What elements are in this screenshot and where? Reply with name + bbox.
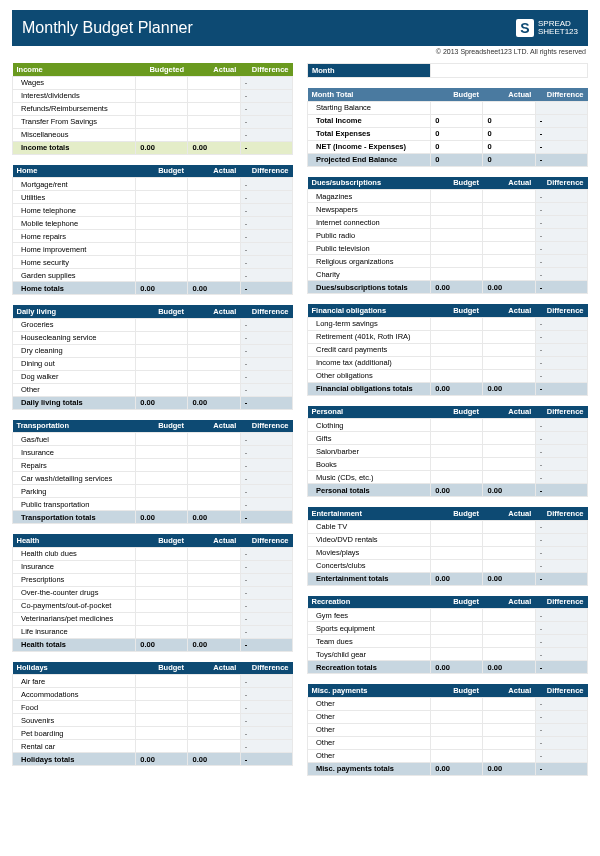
cell-actual[interactable] xyxy=(483,356,535,369)
cell-budget[interactable] xyxy=(136,485,188,498)
cell-budget[interactable] xyxy=(431,216,483,229)
cell-budget[interactable] xyxy=(431,471,483,484)
cell-actual[interactable] xyxy=(483,697,535,710)
cell-budget[interactable] xyxy=(431,697,483,710)
cell-budget[interactable] xyxy=(136,318,188,331)
cell-budget[interactable] xyxy=(431,635,483,648)
cell-budget[interactable] xyxy=(136,191,188,204)
cell-budget[interactable] xyxy=(431,419,483,432)
cell-actual[interactable] xyxy=(188,370,240,383)
cell-actual[interactable] xyxy=(188,472,240,485)
cell-actual[interactable] xyxy=(188,115,240,128)
cell-actual[interactable] xyxy=(188,243,240,256)
cell-actual[interactable] xyxy=(188,688,240,701)
cell-budget[interactable] xyxy=(136,89,188,102)
cell-budget[interactable] xyxy=(431,445,483,458)
cell-actual[interactable] xyxy=(483,622,535,635)
cell-budget[interactable] xyxy=(136,204,188,217)
cell-actual[interactable] xyxy=(188,256,240,269)
cell-actual[interactable] xyxy=(483,369,535,382)
cell-budget[interactable] xyxy=(431,268,483,281)
cell-actual[interactable] xyxy=(188,318,240,331)
cell-actual[interactable] xyxy=(188,727,240,740)
cell-actual[interactable] xyxy=(188,383,240,396)
cell-actual[interactable] xyxy=(483,723,535,736)
cell-actual[interactable] xyxy=(483,533,535,546)
cell-budget[interactable] xyxy=(136,433,188,446)
cell-budget[interactable] xyxy=(431,609,483,622)
cell-actual[interactable] xyxy=(483,749,535,762)
cell-budget[interactable] xyxy=(431,369,483,382)
cell-actual[interactable] xyxy=(483,419,535,432)
cell-actual[interactable] xyxy=(188,433,240,446)
cell-actual[interactable] xyxy=(188,331,240,344)
cell-actual[interactable] xyxy=(483,648,535,661)
cell-budget[interactable] xyxy=(431,736,483,749)
cell-budget[interactable] xyxy=(136,688,188,701)
cell-actual[interactable] xyxy=(188,217,240,230)
cell-actual[interactable] xyxy=(188,230,240,243)
cell-budget[interactable] xyxy=(136,586,188,599)
cell-actual[interactable] xyxy=(188,625,240,638)
cell-budget[interactable] xyxy=(431,546,483,559)
cell-actual[interactable] xyxy=(483,229,535,242)
cell-actual[interactable] xyxy=(188,586,240,599)
cell-budget[interactable] xyxy=(431,317,483,330)
cell-budget[interactable] xyxy=(431,190,483,203)
cell-actual[interactable] xyxy=(188,459,240,472)
summary-budget[interactable] xyxy=(431,101,483,114)
cell-budget[interactable] xyxy=(431,648,483,661)
cell-actual[interactable] xyxy=(188,128,240,141)
cell-actual[interactable] xyxy=(483,471,535,484)
cell-budget[interactable] xyxy=(136,115,188,128)
cell-budget[interactable] xyxy=(431,458,483,471)
cell-budget[interactable] xyxy=(136,230,188,243)
cell-actual[interactable] xyxy=(188,498,240,511)
cell-budget[interactable] xyxy=(136,243,188,256)
cell-actual[interactable] xyxy=(188,740,240,753)
cell-actual[interactable] xyxy=(483,255,535,268)
cell-budget[interactable] xyxy=(136,714,188,727)
cell-budget[interactable] xyxy=(431,343,483,356)
cell-actual[interactable] xyxy=(188,485,240,498)
cell-actual[interactable] xyxy=(483,445,535,458)
cell-budget[interactable] xyxy=(136,560,188,573)
cell-budget[interactable] xyxy=(136,599,188,612)
cell-actual[interactable] xyxy=(188,102,240,115)
cell-budget[interactable] xyxy=(136,701,188,714)
cell-actual[interactable] xyxy=(188,269,240,282)
cell-actual[interactable] xyxy=(483,736,535,749)
cell-actual[interactable] xyxy=(483,330,535,343)
cell-budget[interactable] xyxy=(136,547,188,560)
cell-budget[interactable] xyxy=(431,330,483,343)
cell-budget[interactable] xyxy=(136,625,188,638)
cell-budget[interactable] xyxy=(136,256,188,269)
cell-budget[interactable] xyxy=(431,559,483,572)
cell-actual[interactable] xyxy=(483,559,535,572)
cell-budget[interactable] xyxy=(431,242,483,255)
cell-actual[interactable] xyxy=(188,599,240,612)
cell-actual[interactable] xyxy=(188,76,240,89)
cell-budget[interactable] xyxy=(136,370,188,383)
cell-budget[interactable] xyxy=(136,612,188,625)
cell-budget[interactable] xyxy=(431,520,483,533)
cell-actual[interactable] xyxy=(188,204,240,217)
cell-budget[interactable] xyxy=(136,217,188,230)
cell-actual[interactable] xyxy=(483,343,535,356)
cell-budget[interactable] xyxy=(136,383,188,396)
cell-actual[interactable] xyxy=(483,635,535,648)
cell-budget[interactable] xyxy=(136,269,188,282)
cell-budget[interactable] xyxy=(136,76,188,89)
cell-budget[interactable] xyxy=(136,331,188,344)
cell-budget[interactable] xyxy=(136,128,188,141)
cell-budget[interactable] xyxy=(136,446,188,459)
cell-actual[interactable] xyxy=(483,268,535,281)
cell-actual[interactable] xyxy=(188,178,240,191)
cell-budget[interactable] xyxy=(431,203,483,216)
cell-actual[interactable] xyxy=(483,190,535,203)
cell-actual[interactable] xyxy=(188,714,240,727)
cell-actual[interactable] xyxy=(188,560,240,573)
month-input[interactable] xyxy=(431,64,588,78)
cell-actual[interactable] xyxy=(483,546,535,559)
cell-budget[interactable] xyxy=(136,727,188,740)
